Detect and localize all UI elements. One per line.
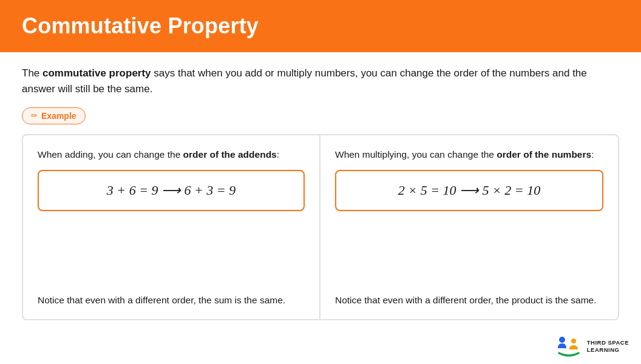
header: Commutative Property [0,0,641,52]
svg-point-0 [559,337,565,343]
tsl-logo: THIRD SPACE LEARNING [555,335,629,358]
tsl-line1: THIRD SPACE [587,339,629,346]
example-label: Example [41,111,76,121]
page-wrapper: Commutative Property The commutative pro… [0,0,641,364]
examples-grid: When adding, you can change the order of… [22,134,619,320]
pencil-icon: ✏ [31,111,38,120]
addition-example-box: When adding, you can change the order of… [23,135,320,319]
addition-notice: Notice that even with a different order,… [38,293,305,307]
multiplication-formula-box: 2 × 5 = 10 ⟶ 5 × 2 = 10 [335,170,603,211]
multiplication-example-box: When multiplying, you can change the ord… [320,135,618,319]
multiplication-text-after: : [591,149,594,160]
addition-bold: order of the addends [183,149,277,160]
tsl-logo-text: THIRD SPACE LEARNING [587,339,629,354]
description-bold: commutative property [42,67,151,79]
addition-formula: 3 + 6 = 9 ⟶ 6 + 3 = 9 [107,183,236,198]
multiplication-notice: Notice that even with a different order,… [335,293,603,307]
footer-area: THIRD SPACE LEARNING [0,330,641,364]
description-prefix: The [22,67,42,79]
multiplication-description: When multiplying, you can change the ord… [335,147,603,161]
page-title: Commutative Property [22,13,619,39]
tsl-line2: LEARNING [587,346,629,354]
description-text: The commutative property says that when … [22,66,619,98]
addition-description: When adding, you can change the order of… [38,147,305,161]
multiplication-bold: order of the numbers [497,149,591,160]
tsl-logo-icon [555,335,582,358]
example-badge: ✏ Example [22,107,86,124]
multiplication-text-before: When multiplying, you can change the [335,149,497,160]
svg-point-1 [571,339,576,343]
addition-text-before: When adding, you can change the [38,149,183,160]
addition-formula-box: 3 + 6 = 9 ⟶ 6 + 3 = 9 [38,170,305,211]
addition-text-after: : [277,149,279,160]
content-area: The commutative property says that when … [0,52,641,330]
multiplication-formula: 2 × 5 = 10 ⟶ 5 × 2 = 10 [398,183,540,198]
